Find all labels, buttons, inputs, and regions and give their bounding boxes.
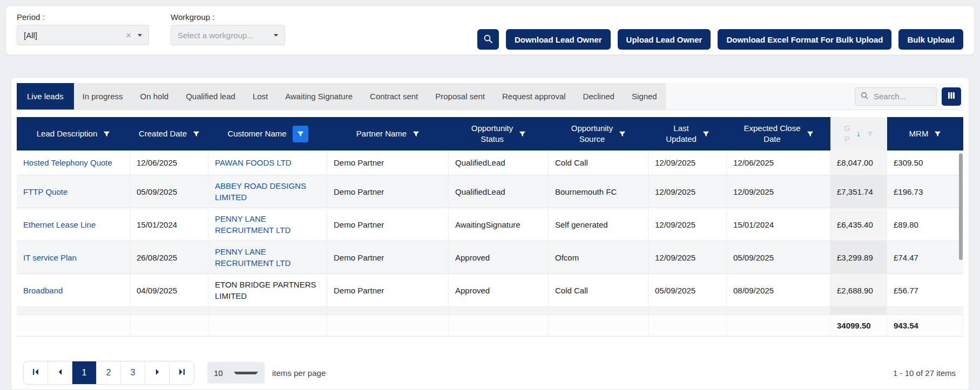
cell-mrm [887,307,963,315]
filter-icon[interactable] [867,131,874,138]
cell-status: QualifiedLead [449,150,549,175]
created-text: 15/01/2024 [137,219,177,230]
tab-signed[interactable]: Signed [623,83,666,110]
tab-live-leads[interactable]: Live leads [17,83,74,110]
cell-source: Bournemouth FC [549,175,648,208]
tab-on-hold[interactable]: On hold [132,83,178,110]
period-filter: Period : [All] × [17,12,149,45]
cell-source: Cold Call [549,150,648,175]
grid-search-input[interactable] [874,92,931,101]
cell-mrm: £74.47 [887,241,963,273]
column-header-created-date[interactable]: Created Date [130,117,208,150]
cell-source: Cold Call [549,274,648,306]
customer-link[interactable]: PENNY LANE RECRUITMENT LTD [215,246,320,269]
tab-proposal-sent[interactable]: Proposal sent [427,83,494,110]
tab-awaiting-signature[interactable]: Awaiting Signature [276,83,361,110]
upload-lead-owner-button[interactable]: Upload Lead Owner [618,29,711,50]
clear-icon[interactable]: × [126,31,131,40]
filter-icon[interactable] [807,131,814,138]
cell-updated: 05/09/2025 [648,274,727,306]
column-header-last-updated[interactable]: LastUpdated [648,117,727,150]
column-header-opportunity-status[interactable]: OpportunityStatus [449,117,549,150]
column-chooser-button[interactable] [942,87,961,106]
cell-mrm: £89.80 [887,208,963,241]
mrm-text: £56.77 [894,285,918,296]
last-page-button[interactable] [170,361,194,384]
column-header-lead-description[interactable]: Lead Description [17,117,130,150]
grid-search-box[interactable] [855,87,937,106]
cell-customer: PENNY LANE RECRUITMENT LTD [208,241,327,273]
lead-link[interactable]: Broadband [23,285,63,296]
column-label: Source [579,134,605,145]
gp-text: £8,047.00 [837,157,873,168]
previous-page-button[interactable] [48,361,72,384]
filter-icon[interactable] [193,131,200,138]
search-button[interactable] [477,29,499,50]
download-excel-format-button[interactable]: Download Excel Format For Bulk Upload [718,29,891,50]
download-lead-owner-button[interactable]: Download Lead Owner [506,29,611,50]
leads-grid: Lead Description Created Date Customer N… [17,117,963,356]
filter-icon[interactable] [519,131,526,138]
next-page-button[interactable] [145,361,170,384]
filter-icon[interactable] [934,131,941,138]
cell-close: 12/06/2025 [727,150,830,175]
active-filter-icon[interactable] [293,126,308,142]
filter-icon[interactable] [103,131,110,138]
lead-link[interactable]: FTTP Quote [23,186,67,197]
column-header-customer-name[interactable]: Customer Name [208,117,327,150]
column-header-opportunity-source[interactable]: OpportunitySource [549,117,648,150]
partner-text: Demo Partner [334,252,384,263]
bulk-upload-button[interactable]: Bulk Upload [898,29,963,50]
cell-partner: Demo Partner [327,175,449,208]
lead-link[interactable]: IT service Plan [23,252,77,263]
tab-lost[interactable]: Lost [244,83,276,110]
page-size-select[interactable]: 10 [207,362,265,384]
column-header-mrm[interactable]: MRM [887,117,963,150]
lead-link[interactable]: Ethernet Lease Line [23,219,96,230]
column-label: Date [763,134,781,145]
chevron-down-icon [138,34,142,37]
lead-link[interactable]: Hosted Telephony Quote [23,157,112,168]
updated-text: 12/09/2025 [655,252,695,263]
cell-updated: 12/09/2025 [648,241,727,273]
page-button-3[interactable]: 3 [121,361,145,384]
source-text: Bournemouth FC [555,186,617,197]
cell-mrm: £309.50 [887,150,963,175]
vertical-scrollbar[interactable] [959,153,963,260]
search-icon [483,34,493,45]
tab-in-progress[interactable]: In progress [74,83,132,110]
close-text: 15/01/2024 [733,219,774,230]
leads-panel: Live leadsIn progressOn holdQualified le… [11,77,969,390]
workgroup-select[interactable]: Select a workgroup... [171,25,285,45]
table-row: Hosted Telephony Quote12/06/2025PAWAN FO… [17,150,963,175]
filter-icon[interactable] [619,131,626,138]
page-button-1[interactable]: 1 [72,361,97,384]
chevron-down-icon [234,372,258,374]
filter-icon[interactable] [702,131,709,138]
cell-status: Approved [449,274,549,306]
filter-icon[interactable] [413,131,420,138]
customer-link[interactable]: PAWAN FOODS LTD [215,157,292,168]
pager-info: 1 - 10 of 27 items [893,368,956,378]
updated-text: 05/09/2025 [655,285,695,296]
status-text: AwaitingSignature [455,219,521,230]
tab-qualified-lead[interactable]: Qualified lead [177,83,244,110]
first-page-button[interactable] [24,361,48,384]
column-header-expected-close-date[interactable]: Expected CloseDate [727,117,830,150]
grid-toolbar-right [855,83,963,110]
page-button-2[interactable]: 2 [97,361,121,384]
cell-created: 05/09/2025 [130,175,208,208]
cell-status: QualifiedLead [449,175,549,208]
tab-declined[interactable]: Declined [575,83,623,110]
customer-link[interactable]: PENNY LANE RECRUITMENT LTD [215,213,320,236]
column-header-gp[interactable]: GP ↓ [830,117,887,150]
column-header-partner-name[interactable]: Partner Name [327,117,449,150]
cell-created: 15/01/2024 [130,208,208,241]
customer-link[interactable]: ABBEY ROAD DESIGNS LIMITED [215,180,320,203]
period-select[interactable]: [All] × [17,25,149,45]
sort-desc-icon[interactable]: ↓ [856,129,861,138]
tab-request-approval[interactable]: Request approval [494,83,575,110]
tab-contract-sent[interactable]: Contract sent [361,83,427,110]
totals-row: 34099.50 943.54 [17,315,963,337]
cell-empty [727,315,830,336]
